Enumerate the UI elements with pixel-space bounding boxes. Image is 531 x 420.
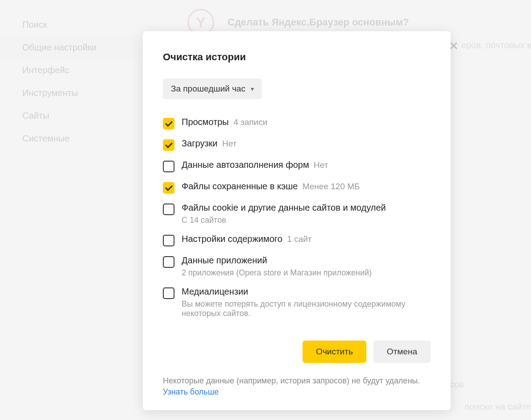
option-sub: Вы можете потерять доступ к лицензионном… [182, 299, 431, 318]
option-label: Файлы сохраненные в кэше [182, 181, 298, 191]
option-row-app-data: Данные приложений 2 приложения (Opera st… [163, 255, 431, 278]
option-sub: С 14 сайтов [182, 216, 431, 225]
checkbox-cookies[interactable] [163, 204, 174, 215]
checkbox-content-settings[interactable] [163, 235, 174, 246]
time-range-select[interactable]: За прошедший час ▾ [163, 79, 262, 99]
checkbox-cache[interactable] [163, 182, 174, 194]
checkbox-autofill[interactable] [163, 161, 174, 172]
clear-button[interactable]: Очистить [303, 341, 366, 363]
option-label: Медиалицензии [182, 287, 431, 297]
option-hint: 4 записи [233, 117, 267, 127]
clear-history-dialog: ✕ Очистка истории За прошедший час ▾ Про… [143, 31, 451, 410]
option-row-content-settings: Настройки содержимого 1 сайт [163, 234, 431, 246]
option-label: Загрузки [182, 138, 218, 148]
option-sub: 2 приложения (Opera store и Магазин прил… [182, 268, 431, 278]
dialog-footer: Некоторые данные (например, история запр… [163, 376, 431, 397]
option-row-cookies: Файлы cookie и другие данные сайтов и мо… [163, 203, 431, 225]
option-hint: Нет [314, 160, 328, 170]
cancel-button[interactable]: Отмена [373, 341, 431, 363]
option-label: Данные автозаполнения форм [182, 160, 309, 170]
time-range-label: За прошедший час [171, 84, 245, 94]
chevron-down-icon: ▾ [251, 85, 254, 92]
learn-more-link[interactable]: Узнать больше [163, 387, 219, 397]
checkbox-app-data[interactable] [163, 256, 174, 268]
option-hint: Нет [222, 139, 236, 148]
dialog-buttons: Очистить Отмена [163, 341, 431, 363]
footer-note: Некоторые данные (например, история запр… [163, 376, 431, 386]
option-label: Данные приложений [182, 255, 431, 266]
checkbox-downloads[interactable] [163, 139, 174, 151]
option-row-media-licenses: Медиалицензии Вы можете потерять доступ … [163, 287, 431, 318]
checkbox-views[interactable] [163, 118, 174, 129]
options-list: Просмотры 4 записи Загрузки Нет Данные а… [163, 117, 431, 318]
option-row-downloads: Загрузки Нет [163, 138, 431, 151]
option-label: Просмотры [182, 117, 229, 127]
option-hint: Менее 120 МБ [303, 182, 360, 191]
option-label: Настройки содержимого [182, 234, 282, 244]
checkbox-media-licenses[interactable] [163, 287, 174, 299]
option-row-autofill: Данные автозаполнения форм Нет [163, 160, 431, 172]
dialog-title: Очистка истории [163, 51, 431, 63]
close-icon[interactable]: ✕ [449, 39, 459, 53]
option-row-cache: Файлы сохраненные в кэше Менее 120 МБ [163, 181, 431, 194]
option-label: Файлы cookie и другие данные сайтов и мо… [182, 203, 431, 213]
option-row-views: Просмотры 4 записи [163, 117, 431, 129]
option-hint: 1 сайт [287, 234, 311, 244]
